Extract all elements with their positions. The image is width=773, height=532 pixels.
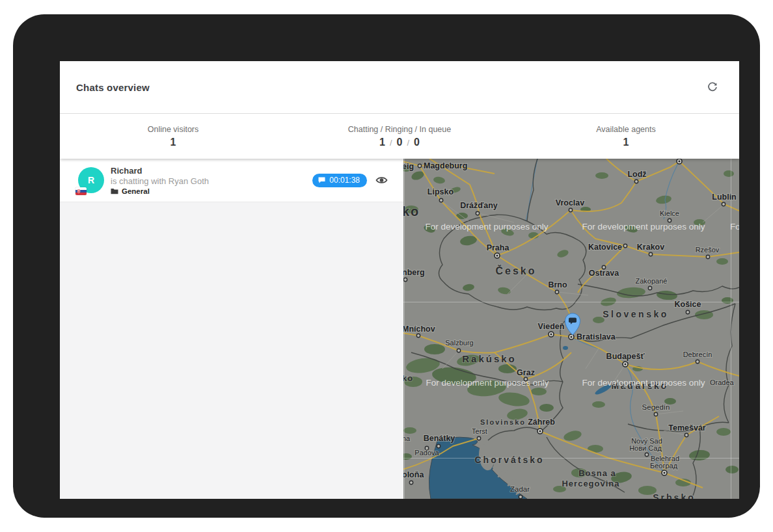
chat-list-panel: R Richard is chatting with Ryan — [60, 159, 403, 499]
city-marker-bullseye-center — [550, 334, 552, 336]
map: eigMagdeburgLipskoDrážďanyVroclavLodžLub… — [403, 159, 739, 499]
city-marker-dot — [686, 310, 689, 313]
city-marker-dot — [519, 495, 522, 498]
city-marker-dot — [569, 208, 572, 211]
stat-separator: / — [390, 138, 392, 148]
map-city-label: na — [403, 434, 411, 442]
stat-label: Online visitors — [148, 125, 199, 134]
chat-list-item[interactable]: R Richard is chatting with Ryan — [60, 159, 403, 202]
map-city-label: eig — [403, 162, 414, 171]
city-marker-dot — [416, 334, 420, 337]
stat-ringing-count: 0 — [397, 137, 403, 148]
map-city-label: Viedeň — [538, 322, 565, 331]
map-city-label: Zakopané — [636, 277, 668, 285]
map-city-label: Rzešov — [696, 246, 720, 254]
stat-value: 1 — [623, 137, 629, 148]
city-marker-dot — [654, 412, 657, 416]
map-city-label: Košice — [675, 300, 701, 309]
map-country-label: ko — [403, 204, 420, 219]
chat-bubble-icon — [318, 177, 325, 183]
map-country-label: ko — [403, 373, 413, 383]
map-country-label: Slovinsko — [480, 418, 526, 426]
map-city-label: Ostrava — [589, 269, 620, 278]
stat-chatting-ringing-queue: Chatting / Ringing / In queue 1/0/0 — [286, 114, 513, 159]
stats-bar: Online visitors 1 Chatting / Ringing / I… — [60, 114, 739, 159]
stat-online-visitors: Online visitors 1 — [60, 114, 286, 159]
map-country-label: Slovensko — [603, 309, 669, 319]
city-marker-dot — [439, 198, 442, 202]
city-marker-dot — [696, 360, 699, 363]
map-city-label: Segedín — [642, 403, 670, 411]
map-city-label: Brno — [548, 280, 567, 289]
map-city-label: nberg — [403, 268, 425, 277]
city-marker-dot — [437, 444, 440, 447]
map-country-label: Srbsko — [653, 492, 695, 499]
chat-status-text: is chatting with Ryan Goth — [111, 176, 209, 186]
map-watermark: For development purposes only — [730, 222, 739, 232]
content-area: R Richard is chatting with Ryan — [60, 159, 739, 499]
map-city-label: Magdeburg — [424, 161, 467, 170]
stat-available-agents: Available agents 1 — [513, 114, 739, 159]
map-city-label: Graz — [517, 368, 535, 377]
map-watermark: For development purposes only — [582, 222, 705, 232]
chat-texts: Richard is chatting with Ryan Goth Gener… — [111, 166, 209, 195]
group-label: General — [122, 187, 150, 195]
map-country-label: Chorvátsko — [474, 455, 544, 465]
city-marker-dot — [645, 453, 648, 456]
city-marker-dot — [648, 286, 651, 289]
map-country-label: Česko — [495, 265, 536, 276]
chat-group: General — [111, 187, 209, 195]
stat-queue-count: 0 — [414, 137, 420, 148]
refresh-button[interactable] — [703, 77, 722, 97]
city-marker-bullseye-center — [496, 255, 498, 257]
city-marker-dot — [418, 164, 421, 167]
map-city-label: Kielce — [660, 209, 679, 217]
stat-chatting-count: 1 — [379, 137, 385, 148]
map-city-label: Vroclav — [556, 198, 585, 207]
chat-actions: 00:01:38 — [312, 174, 388, 187]
watch-chat-button[interactable] — [375, 175, 388, 185]
map-city-label: Lublin — [712, 193, 737, 202]
map-city-label: Záhreb — [528, 418, 555, 427]
city-marker-dot — [409, 481, 413, 484]
app-window: Chats overview Online visitors 1 Chattin… — [60, 61, 739, 499]
city-marker-dot — [649, 252, 652, 256]
page-background: Chats overview Online visitors 1 Chattin… — [0, 0, 773, 532]
stat-value: 1/0/0 — [379, 137, 420, 148]
map-city-label: oloňa — [403, 470, 424, 479]
slovakia-flag-icon — [75, 187, 87, 195]
chat-duration-badge[interactable]: 00:01:38 — [312, 174, 367, 187]
city-marker-dot — [476, 211, 479, 215]
map-city-label: Temešvár — [668, 423, 706, 432]
map-city-label: Mníchov — [403, 325, 435, 334]
map-city-label: Benátky — [424, 434, 455, 443]
visitor-avatar-wrap: R — [78, 167, 104, 193]
city-marker-dot — [634, 180, 638, 183]
map-city-label: Salzburg — [445, 339, 473, 347]
map-city-label: Debrecín — [683, 351, 712, 358]
map-panel[interactable]: eigMagdeburgLipskoDrážďanyVroclavLodžLub… — [403, 159, 739, 499]
folder-icon — [111, 188, 118, 194]
map-city-label: Нови Сад — [629, 444, 662, 452]
eye-icon — [375, 175, 388, 185]
map-city-label: Oradea — [710, 379, 735, 386]
map-country-label: Rakúsko — [462, 353, 517, 364]
stat-label: Chatting / Ringing / In queue — [348, 125, 451, 134]
city-marker-dot — [555, 290, 558, 293]
map-watermark: For development purposes only — [425, 222, 548, 232]
stat-label: Available agents — [596, 125, 656, 134]
map-city-label: Krakov — [637, 243, 664, 252]
city-marker-dot — [722, 202, 725, 206]
map-city-label: Padova — [414, 449, 439, 457]
visitor-name: Richard — [111, 166, 209, 176]
map-city-label: Drážďany — [460, 201, 498, 210]
city-marker-dot — [706, 255, 709, 258]
city-marker-dot — [477, 436, 480, 440]
city-marker-dot — [403, 278, 407, 281]
refresh-icon — [707, 81, 718, 93]
app-header: Chats overview — [60, 61, 739, 114]
map-city-label: Lodž — [627, 170, 646, 179]
city-marker-dot — [685, 433, 688, 436]
map-city-label: Београд — [650, 462, 678, 470]
chat-duration: 00:01:38 — [329, 176, 360, 185]
